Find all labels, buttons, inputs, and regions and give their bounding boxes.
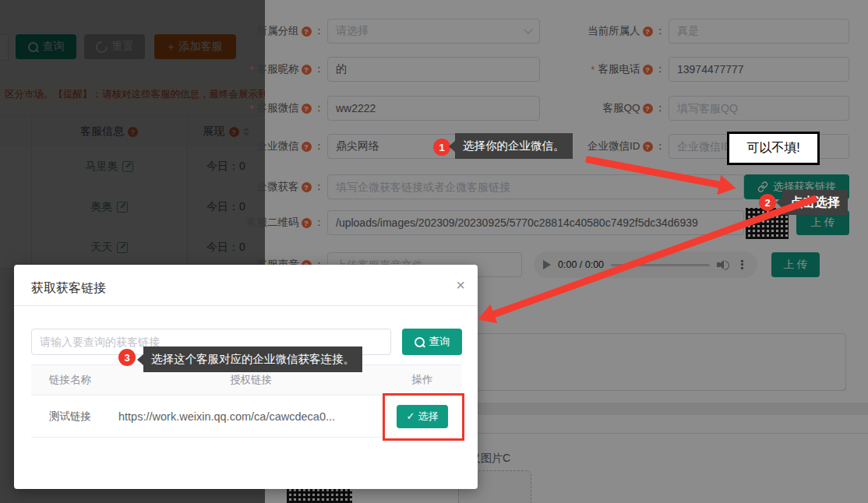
col-auth-link: 授权链接 <box>109 373 383 387</box>
close-icon[interactable]: × <box>456 277 465 293</box>
link-name: 测试链接 <box>31 410 109 424</box>
col-action: 操作 <box>383 373 461 387</box>
modal-title: 获取获客链接 <box>31 280 106 297</box>
select-button-highlight <box>383 393 464 441</box>
step1-tooltip: 选择你的企业微信。 <box>455 133 573 159</box>
search-icon <box>415 337 425 347</box>
col-link-name: 链接名称 <box>31 373 109 387</box>
step1-badge: 1 <box>433 139 450 156</box>
modal-header-divider <box>14 305 478 306</box>
acquire-link-modal: 获取获客链接 × 查询 链接名称 授权链接 操作 测试链接 https://wo… <box>14 265 478 489</box>
step3-tooltip: 选择这个客服对应的企业微信获客连接。 <box>143 346 362 372</box>
modal-search-button[interactable]: 查询 <box>402 329 462 355</box>
link-url: https://work.weixin.qq.com/ca/cawcdeca0.… <box>109 410 383 423</box>
optional-note: 可以不填! <box>727 132 820 165</box>
step2-badge: 2 <box>759 194 776 211</box>
step3-badge: 3 <box>118 349 136 366</box>
screen: 查询 重置 + 添加客服 区分市场。【提醒】：请核对这些客服的信息，最终会展示到… <box>0 0 868 503</box>
